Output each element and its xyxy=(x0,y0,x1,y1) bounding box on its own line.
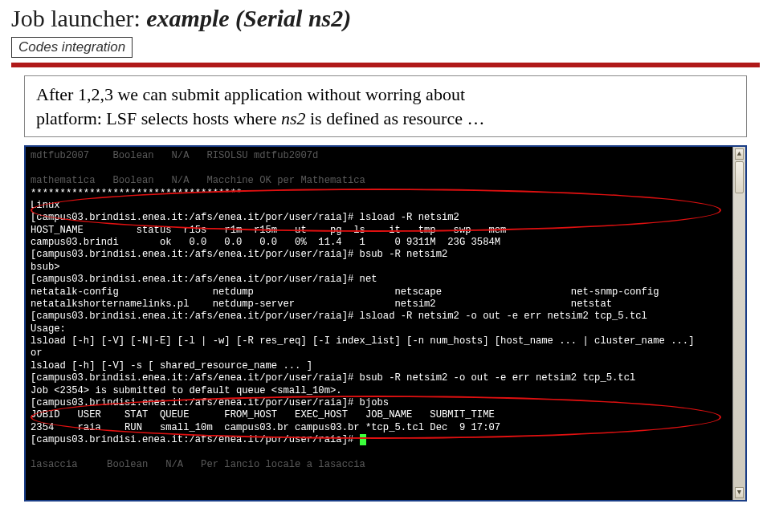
terminal-line xyxy=(31,446,740,458)
divider-rule xyxy=(11,63,760,67)
terminal-line: lsload [-h] [-V] [-N|-E] [-l | -w] [-R r… xyxy=(31,335,740,347)
terminal-line: mathematica Boolean N/A Macchine OK per … xyxy=(31,175,740,187)
scroll-down-icon[interactable]: ▼ xyxy=(735,487,744,498)
title-emph: example (Serial ns2) xyxy=(146,5,351,31)
terminal-line: lsload [-h] [-V] -s [ shared_resource_na… xyxy=(31,360,740,372)
explain-line2b: is defined as resource … xyxy=(305,108,484,128)
terminal-line: netatalkshorternamelinks.pl netdump-serv… xyxy=(31,298,740,311)
title-plain: Job launcher: xyxy=(11,5,146,31)
terminal-line xyxy=(31,163,740,175)
terminal-line: mdtfub2007 Boolean N/A RISOLSU mdtfub200… xyxy=(31,150,740,162)
terminal-line: bsub> xyxy=(31,262,740,274)
explanation-box: After 1,2,3 we can submit application wi… xyxy=(24,75,747,137)
terminal-line: 2354 raia RUN small_10m campus03.br camp… xyxy=(31,422,740,434)
terminal-line: ************************************ xyxy=(31,188,740,200)
terminal-line: Job <2354> is submitted to default queue… xyxy=(31,385,740,397)
terminal-line: JOBID USER STAT QUEUE FROM_HOST EXEC_HOS… xyxy=(31,409,740,421)
terminal-line: lasaccia Boolean N/A Per lancio locale a… xyxy=(31,459,740,471)
terminal-line: [campus03.brindisi.enea.it:/afs/enea.it/… xyxy=(31,212,740,224)
terminal-line: campus03.brindi ok 0.0 0.0 0.0 0% 11.4 1… xyxy=(31,237,740,249)
explain-ns2: ns2 xyxy=(281,108,306,128)
scrollbar[interactable]: ▲ ▼ xyxy=(732,147,745,500)
terminal-line: [campus03.brindisi.enea.it:/afs/enea.it/… xyxy=(31,372,740,384)
terminal-line: [campus03.brindisi.enea.it:/afs/enea.it/… xyxy=(31,397,740,409)
terminal-line: Usage: xyxy=(31,323,740,335)
terminal-line: Linux xyxy=(31,200,740,212)
explain-line2a: platform: LSF selects hosts where xyxy=(36,108,281,128)
scroll-thumb[interactable] xyxy=(735,161,744,193)
terminal-line: [campus03.brindisi.enea.it:/afs/enea.it/… xyxy=(31,434,740,446)
slide-title: Job launcher: example (Serial ns2) xyxy=(0,0,771,34)
terminal-line: [campus03.brindisi.enea.it:/afs/enea.it/… xyxy=(31,311,740,323)
terminal-line: netatalk-config netdump netscape net-snm… xyxy=(31,286,740,298)
cursor-icon xyxy=(360,434,366,445)
slide-subtitle: Codes integration xyxy=(11,37,133,58)
terminal-line: or xyxy=(31,347,740,359)
terminal-output[interactable]: mdtfub2007 Boolean N/A RISOLSU mdtfub200… xyxy=(26,147,745,474)
explain-line1: After 1,2,3 we can submit application wi… xyxy=(36,84,465,104)
terminal-line: HOST_NAME status r15s r1m r15m ut pg ls … xyxy=(31,225,740,237)
terminal-window: mdtfub2007 Boolean N/A RISOLSU mdtfub200… xyxy=(24,145,747,502)
terminal-line: [campus03.brindisi.enea.it:/afs/enea.it/… xyxy=(31,249,740,261)
scroll-up-icon[interactable]: ▲ xyxy=(735,148,744,160)
terminal-line: [campus03.brindisi.enea.it:/afs/enea.it/… xyxy=(31,274,740,286)
